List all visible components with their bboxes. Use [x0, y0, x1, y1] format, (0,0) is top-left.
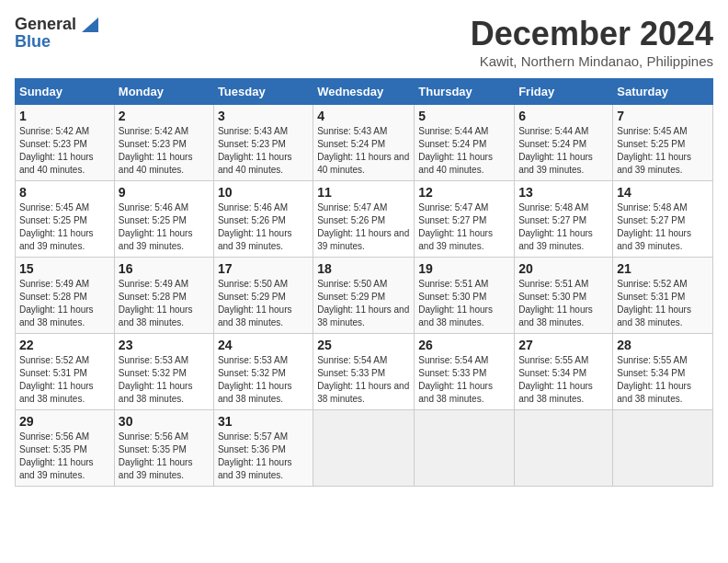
day-number: 26	[418, 338, 510, 352]
calendar-cell: 10 Sunrise: 5:46 AMSunset: 5:26 PMDaylig…	[213, 181, 313, 258]
day-detail: Sunrise: 5:47 AMSunset: 5:27 PMDaylight:…	[418, 202, 493, 251]
calendar-cell: 7 Sunrise: 5:45 AMSunset: 5:25 PMDayligh…	[613, 105, 713, 181]
calendar-cell: 9 Sunrise: 5:46 AMSunset: 5:25 PMDayligh…	[114, 181, 213, 258]
day-number: 16	[119, 261, 210, 276]
calendar-cell: 29 Sunrise: 5:56 AMSunset: 5:35 PMDaylig…	[16, 410, 115, 487]
day-number: 25	[317, 338, 410, 352]
calendar-cell	[515, 410, 613, 487]
calendar-cell: 15 Sunrise: 5:49 AMSunset: 5:28 PMDaylig…	[16, 258, 115, 334]
calendar-cell: 19 Sunrise: 5:51 AMSunset: 5:30 PMDaylig…	[415, 258, 515, 334]
calendar-cell: 22 Sunrise: 5:52 AMSunset: 5:31 PMDaylig…	[16, 334, 115, 410]
day-number: 15	[19, 261, 110, 276]
day-number: 27	[518, 338, 609, 352]
day-detail: Sunrise: 5:45 AMSunset: 5:25 PMDaylight:…	[617, 126, 691, 175]
day-detail: Sunrise: 5:57 AMSunset: 5:36 PMDaylight:…	[218, 431, 292, 480]
calendar-cell: 18 Sunrise: 5:50 AMSunset: 5:29 PMDaylig…	[313, 258, 415, 334]
calendar-cell: 11 Sunrise: 5:47 AMSunset: 5:26 PMDaylig…	[313, 181, 415, 258]
day-detail: Sunrise: 5:51 AMSunset: 5:30 PMDaylight:…	[418, 279, 493, 327]
day-detail: Sunrise: 5:54 AMSunset: 5:33 PMDaylight:…	[317, 355, 409, 404]
day-number: 7	[617, 109, 709, 123]
day-detail: Sunrise: 5:42 AMSunset: 5:23 PMDaylight:…	[119, 126, 193, 175]
calendar-cell: 6 Sunrise: 5:44 AMSunset: 5:24 PMDayligh…	[515, 105, 613, 181]
day-detail: Sunrise: 5:53 AMSunset: 5:32 PMDaylight:…	[119, 355, 193, 404]
day-detail: Sunrise: 5:49 AMSunset: 5:28 PMDaylight:…	[119, 279, 193, 327]
logo-blue: Blue	[15, 32, 51, 52]
calendar-cell: 12 Sunrise: 5:47 AMSunset: 5:27 PMDaylig…	[415, 181, 515, 258]
day-detail: Sunrise: 5:45 AMSunset: 5:25 PMDaylight:…	[19, 202, 94, 251]
calendar-cell: 24 Sunrise: 5:53 AMSunset: 5:32 PMDaylig…	[213, 334, 313, 410]
header-cell-thursday: Thursday	[415, 79, 515, 105]
day-detail: Sunrise: 5:54 AMSunset: 5:33 PMDaylight:…	[418, 355, 493, 404]
day-number: 17	[218, 261, 309, 276]
month-title: December 2024	[471, 15, 713, 53]
day-detail: Sunrise: 5:48 AMSunset: 5:27 PMDaylight:…	[518, 202, 593, 251]
week-row-5: 29 Sunrise: 5:56 AMSunset: 5:35 PMDaylig…	[16, 410, 713, 487]
day-detail: Sunrise: 5:56 AMSunset: 5:35 PMDaylight:…	[119, 431, 193, 480]
svg-marker-0	[82, 17, 98, 32]
day-number: 19	[418, 261, 510, 276]
day-detail: Sunrise: 5:44 AMSunset: 5:24 PMDaylight:…	[418, 126, 493, 175]
calendar-cell: 21 Sunrise: 5:52 AMSunset: 5:31 PMDaylig…	[613, 258, 713, 334]
day-number: 30	[119, 414, 210, 429]
logo: General Blue	[15, 15, 98, 52]
day-detail: Sunrise: 5:55 AMSunset: 5:34 PMDaylight:…	[617, 355, 691, 404]
day-detail: Sunrise: 5:46 AMSunset: 5:26 PMDaylight:…	[218, 202, 292, 251]
header-cell-friday: Friday	[515, 79, 613, 105]
day-number: 2	[119, 109, 210, 123]
day-number: 31	[218, 414, 309, 429]
day-number: 22	[19, 338, 110, 352]
header-cell-sunday: Sunday	[16, 79, 115, 105]
day-number: 21	[617, 261, 709, 276]
day-detail: Sunrise: 5:51 AMSunset: 5:30 PMDaylight:…	[518, 279, 593, 327]
calendar-cell: 20 Sunrise: 5:51 AMSunset: 5:30 PMDaylig…	[515, 258, 613, 334]
day-number: 5	[418, 109, 510, 123]
day-number: 8	[19, 185, 110, 200]
day-number: 11	[317, 185, 410, 200]
calendar-cell: 27 Sunrise: 5:55 AMSunset: 5:34 PMDaylig…	[515, 334, 613, 410]
title-area: December 2024 Kawit, Northern Mindanao, …	[471, 15, 713, 69]
day-number: 6	[518, 109, 609, 123]
day-number: 28	[617, 338, 709, 352]
logo-general: General	[15, 15, 76, 34]
logo-icon	[78, 17, 98, 32]
calendar-cell: 31 Sunrise: 5:57 AMSunset: 5:36 PMDaylig…	[213, 410, 313, 487]
day-number: 1	[19, 109, 110, 123]
day-detail: Sunrise: 5:43 AMSunset: 5:23 PMDaylight:…	[218, 126, 292, 175]
day-detail: Sunrise: 5:53 AMSunset: 5:32 PMDaylight:…	[218, 355, 292, 404]
calendar-cell: 23 Sunrise: 5:53 AMSunset: 5:32 PMDaylig…	[114, 334, 213, 410]
day-detail: Sunrise: 5:44 AMSunset: 5:24 PMDaylight:…	[518, 126, 593, 175]
calendar-cell: 2 Sunrise: 5:42 AMSunset: 5:23 PMDayligh…	[114, 105, 213, 181]
day-detail: Sunrise: 5:43 AMSunset: 5:24 PMDaylight:…	[317, 126, 409, 175]
calendar-cell: 8 Sunrise: 5:45 AMSunset: 5:25 PMDayligh…	[16, 181, 115, 258]
calendar-cell: 28 Sunrise: 5:55 AMSunset: 5:34 PMDaylig…	[613, 334, 713, 410]
day-detail: Sunrise: 5:48 AMSunset: 5:27 PMDaylight:…	[617, 202, 691, 251]
calendar-cell	[415, 410, 515, 487]
header: General Blue December 2024 Kawit, Northe…	[15, 15, 713, 69]
calendar-cell: 16 Sunrise: 5:49 AMSunset: 5:28 PMDaylig…	[114, 258, 213, 334]
calendar-cell: 5 Sunrise: 5:44 AMSunset: 5:24 PMDayligh…	[415, 105, 515, 181]
day-detail: Sunrise: 5:56 AMSunset: 5:35 PMDaylight:…	[19, 431, 94, 480]
day-number: 23	[119, 338, 210, 352]
calendar-cell: 4 Sunrise: 5:43 AMSunset: 5:24 PMDayligh…	[313, 105, 415, 181]
day-detail: Sunrise: 5:50 AMSunset: 5:29 PMDaylight:…	[218, 279, 292, 327]
calendar-cell: 26 Sunrise: 5:54 AMSunset: 5:33 PMDaylig…	[415, 334, 515, 410]
week-row-3: 15 Sunrise: 5:49 AMSunset: 5:28 PMDaylig…	[16, 258, 713, 334]
calendar-cell: 17 Sunrise: 5:50 AMSunset: 5:29 PMDaylig…	[213, 258, 313, 334]
day-detail: Sunrise: 5:42 AMSunset: 5:23 PMDaylight:…	[19, 126, 94, 175]
header-cell-wednesday: Wednesday	[313, 79, 415, 105]
header-cell-monday: Monday	[114, 79, 213, 105]
day-detail: Sunrise: 5:52 AMSunset: 5:31 PMDaylight:…	[617, 279, 691, 327]
calendar-cell	[313, 410, 415, 487]
day-number: 14	[617, 185, 709, 200]
calendar-table: SundayMondayTuesdayWednesdayThursdayFrid…	[15, 78, 713, 487]
week-row-4: 22 Sunrise: 5:52 AMSunset: 5:31 PMDaylig…	[16, 334, 713, 410]
day-number: 12	[418, 185, 510, 200]
day-number: 13	[518, 185, 609, 200]
calendar-cell: 3 Sunrise: 5:43 AMSunset: 5:23 PMDayligh…	[213, 105, 313, 181]
day-detail: Sunrise: 5:49 AMSunset: 5:28 PMDaylight:…	[19, 279, 94, 327]
day-detail: Sunrise: 5:50 AMSunset: 5:29 PMDaylight:…	[317, 279, 409, 327]
day-number: 9	[119, 185, 210, 200]
day-number: 10	[218, 185, 309, 200]
week-row-1: 1 Sunrise: 5:42 AMSunset: 5:23 PMDayligh…	[16, 105, 713, 181]
day-number: 4	[317, 109, 410, 123]
